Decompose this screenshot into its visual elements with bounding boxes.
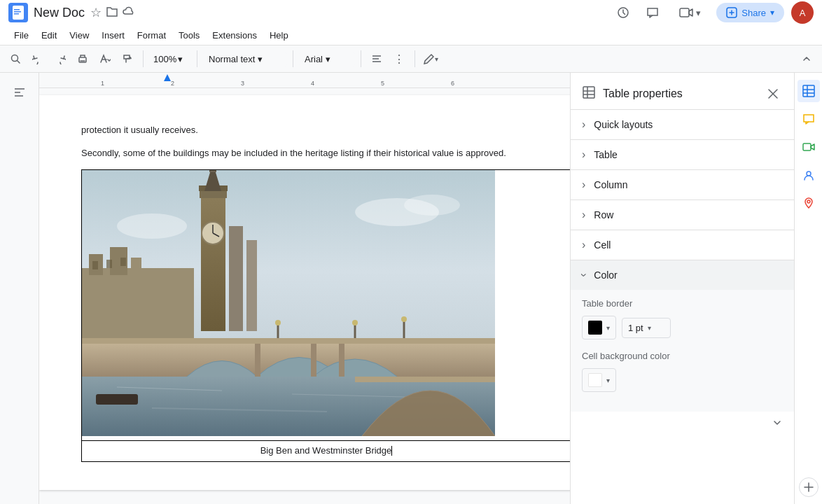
- menu-help[interactable]: Help: [264, 28, 294, 43]
- document-content: protection it usually receives. Secondly…: [81, 123, 570, 462]
- text-align-button[interactable]: [367, 49, 386, 69]
- spellcheck-button[interactable]: [95, 49, 115, 69]
- section-color: › Color Table border ▾ 1 pt ▾ Ce: [571, 260, 794, 412]
- table-label: Table: [594, 149, 783, 160]
- print-button[interactable]: [73, 49, 92, 69]
- folder-icon[interactable]: [106, 5, 118, 21]
- font-select[interactable]: Arial ▾: [299, 52, 355, 66]
- text-cursor: [391, 446, 392, 456]
- svg-rect-5: [680, 8, 689, 17]
- pen-caret: ▾: [435, 55, 438, 63]
- more-options-button[interactable]: ⋮: [389, 49, 409, 69]
- share-chevron[interactable]: ▾: [770, 8, 774, 18]
- chevron-right-icon: ›: [582, 178, 585, 191]
- svg-rect-28: [120, 258, 126, 266]
- cell-bg-controls: ▾: [582, 368, 783, 392]
- cell-bg-color-picker[interactable]: ▾: [582, 368, 616, 392]
- row-toggle[interactable]: › Row: [571, 200, 794, 230]
- chevron-right-icon: ›: [582, 209, 585, 221]
- star-icon[interactable]: ☆: [90, 5, 102, 20]
- svg-rect-66: [803, 144, 811, 150]
- document-table: Big Ben and Westminster Bridge: [81, 169, 570, 463]
- border-color-picker[interactable]: ▾: [582, 316, 616, 340]
- paint-format-button[interactable]: [118, 49, 137, 69]
- border-label: Table border: [582, 298, 783, 309]
- share-label: Share: [741, 8, 766, 18]
- history-button[interactable]: [612, 1, 634, 24]
- table-row-caption: Big Ben and Westminster Bridge: [82, 441, 571, 462]
- border-weight-select[interactable]: 1 pt ▾: [622, 318, 671, 338]
- paragraph-secondly: Secondly, some of the buildings may be i…: [81, 146, 570, 161]
- border-weight-label: 1 pt: [628, 323, 643, 333]
- table-toggle[interactable]: › Table: [571, 140, 794, 169]
- svg-rect-62: [803, 85, 814, 97]
- zoom-caret: ▾: [178, 54, 183, 64]
- menu-view[interactable]: View: [64, 28, 95, 43]
- search-button[interactable]: [6, 49, 25, 69]
- cell-bg-label: Cell background color: [582, 351, 783, 361]
- avatar[interactable]: A: [791, 1, 814, 24]
- caption-text: Big Ben and Westminster Bridge: [260, 445, 392, 456]
- meet-icon-button[interactable]: [797, 136, 820, 158]
- outline-toggle-button[interactable]: [7, 80, 32, 105]
- contacts-icon-button[interactable]: [797, 164, 820, 186]
- cell-toggle[interactable]: › Cell: [571, 230, 794, 260]
- zoom-select[interactable]: 100% ▾: [149, 52, 191, 66]
- document-title[interactable]: New Doc: [34, 6, 85, 20]
- video-caret[interactable]: ▾: [696, 8, 701, 18]
- undo-button[interactable]: [28, 49, 48, 69]
- video-call-button[interactable]: ▾: [671, 3, 709, 22]
- svg-rect-38: [246, 240, 257, 331]
- style-label: Normal text: [209, 54, 255, 64]
- menu-insert[interactable]: Insert: [96, 28, 130, 43]
- svg-rect-37: [229, 226, 243, 331]
- table-row-image: [82, 169, 571, 441]
- column-toggle[interactable]: › Column: [571, 170, 794, 200]
- svg-point-67: [807, 172, 811, 176]
- maps-icon-button[interactable]: [797, 192, 820, 214]
- style-caret: ▾: [258, 54, 263, 64]
- ruler-mark: 1: [101, 80, 104, 87]
- zoom-value: 100%: [153, 54, 176, 64]
- left-sidebar: [0, 73, 39, 504]
- panel-close-button[interactable]: [763, 84, 783, 104]
- paragraph-protection: protection it usually receives.: [81, 123, 570, 138]
- menu-edit[interactable]: Edit: [36, 28, 62, 43]
- add-icon-button[interactable]: [799, 477, 818, 497]
- pen-button[interactable]: ▾: [421, 49, 440, 69]
- svg-rect-56: [583, 87, 594, 98]
- menu-file[interactable]: File: [8, 28, 34, 43]
- color-toggle[interactable]: › Color: [571, 260, 794, 290]
- sep3: [293, 50, 293, 67]
- svg-rect-42: [311, 338, 316, 377]
- table-properties-icon-button[interactable]: [797, 80, 820, 102]
- quick-layouts-toggle[interactable]: › Quick layouts: [571, 110, 794, 139]
- ruler: 1 2 3 4 5 6: [39, 73, 570, 88]
- color-section-content: Table border ▾ 1 pt ▾ Cell background co…: [571, 290, 794, 412]
- document-page[interactable]: protection it usually receives. Secondly…: [39, 95, 570, 490]
- cloud-icon[interactable]: [123, 5, 135, 21]
- big-ben-image: [82, 170, 495, 436]
- section-cell: › Cell: [571, 230, 794, 260]
- chat-icon-button[interactable]: [797, 108, 820, 130]
- panel-table-icon: [582, 85, 596, 103]
- menu-tools[interactable]: Tools: [173, 28, 205, 43]
- menu-bar: File Edit View Insert Format Tools Exten…: [0, 25, 822, 45]
- right-icon-bar: [794, 73, 822, 504]
- svg-marker-17: [164, 74, 171, 81]
- svg-point-20: [404, 195, 460, 216]
- ruler-mark: 2: [171, 80, 174, 87]
- menu-extensions[interactable]: Extensions: [207, 28, 263, 43]
- document-area[interactable]: 1 2 3 4 5 6 protection it usually receiv…: [39, 73, 570, 504]
- ruler-mark: 3: [241, 80, 244, 87]
- comments-button[interactable]: [641, 1, 664, 24]
- quick-layouts-label: Quick layouts: [594, 119, 783, 130]
- redo-button[interactable]: [50, 49, 70, 69]
- share-button[interactable]: Share ▾: [716, 3, 784, 22]
- border-controls: ▾ 1 pt ▾: [582, 316, 783, 340]
- menu-format[interactable]: Format: [132, 28, 172, 43]
- table-cell-caption[interactable]: Big Ben and Westminster Bridge: [82, 441, 571, 462]
- collapse-toolbar-button[interactable]: [797, 49, 816, 69]
- bottom-arrow[interactable]: [571, 412, 794, 434]
- text-style-select[interactable]: Normal text ▾: [203, 52, 287, 66]
